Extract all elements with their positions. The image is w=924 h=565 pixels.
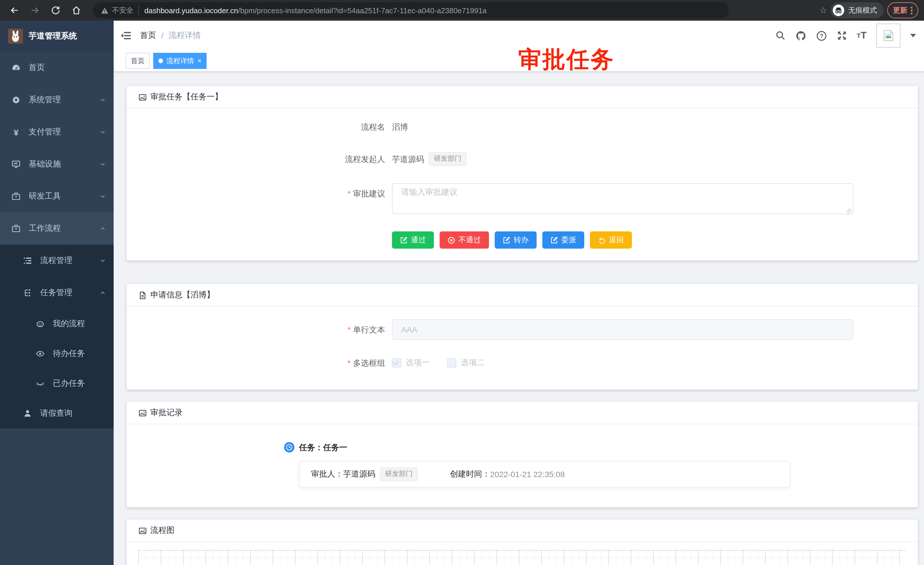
- dept-tag: 研发部门: [380, 467, 418, 481]
- tag-process-detail[interactable]: 流程详情 ×: [153, 53, 207, 69]
- help-button[interactable]: ?: [816, 30, 827, 41]
- picture-icon: [138, 409, 147, 417]
- sidebar-item-task-mgmt[interactable]: 任务管理: [0, 277, 114, 309]
- security-label[interactable]: 不安全: [112, 6, 134, 15]
- hamburger-button[interactable]: [120, 30, 132, 41]
- single-line-text-input: [392, 319, 854, 340]
- forward-arrow-icon: [30, 5, 40, 15]
- edit-icon: [400, 236, 408, 244]
- required-mark: *: [348, 189, 351, 198]
- sidebar-item-my-process[interactable]: 我的流程: [0, 309, 114, 339]
- search-icon: [776, 30, 786, 41]
- sidebar-item-payment[interactable]: ¥ 支付管理: [0, 116, 114, 148]
- list-tree-icon: [23, 256, 32, 265]
- briefcase-icon: [12, 192, 21, 201]
- button-label: 退回: [609, 235, 624, 245]
- sidebar-item-label: 已办任务: [53, 379, 85, 389]
- home-button[interactable]: [68, 2, 85, 19]
- card-title: 审批记录: [150, 408, 183, 418]
- search-button[interactable]: [776, 30, 786, 41]
- forward-button[interactable]: [26, 2, 44, 19]
- create-time-value: 2022-01-21 22:35:08: [490, 470, 565, 479]
- edit-icon: [550, 236, 558, 244]
- checkbox-label: 选项一: [406, 358, 430, 368]
- rotate-ccw-icon: [598, 236, 606, 244]
- application-info-card-header: 申请信息【滔博】: [127, 284, 918, 307]
- sidebar-item-label: 首页: [29, 63, 45, 73]
- bookmark-star-icon[interactable]: ☆: [819, 5, 827, 15]
- breadcrumb-home[interactable]: 首页: [140, 30, 156, 41]
- update-button[interactable]: 更新: [887, 2, 918, 18]
- fullscreen-button[interactable]: [837, 30, 847, 41]
- chevron-down-icon: [100, 97, 106, 103]
- sidebar-item-label: 待办任务: [53, 349, 85, 359]
- dashboard-icon: [12, 63, 21, 72]
- bpmn-canvas[interactable]: [138, 550, 906, 565]
- workflow-submenu: 流程管理 任务管理 我的流程: [0, 245, 114, 428]
- avatar[interactable]: [876, 24, 900, 48]
- reload-icon: [51, 5, 61, 15]
- approver-label: 审批人：: [311, 469, 343, 479]
- delegate-button[interactable]: 委派: [542, 231, 584, 249]
- checkbox-label: 选项二: [461, 358, 485, 368]
- sidebar-item-done-tasks[interactable]: 已办任务: [0, 369, 114, 398]
- card-title: 流程图: [150, 525, 174, 536]
- font-size-button[interactable]: TT: [857, 30, 867, 41]
- sidebar-item-label: 任务管理: [40, 288, 72, 298]
- edit-icon: [503, 236, 510, 244]
- text-field-label: 单行文本: [353, 325, 385, 334]
- app-logo-rabbit-image: [8, 29, 23, 44]
- back-button[interactable]: [6, 2, 23, 19]
- tree-nodes-icon: [23, 288, 32, 298]
- create-time-label: 创建时间：: [450, 469, 490, 479]
- textarea-resize-handle[interactable]: [846, 209, 852, 213]
- sidebar-item-todo-tasks[interactable]: 待办任务: [0, 339, 114, 369]
- process-name-row: 流程名 滔博: [138, 117, 906, 137]
- breadcrumb-current: 流程详情: [169, 30, 201, 41]
- update-label: 更新: [893, 6, 908, 15]
- button-label: 委派: [561, 235, 576, 245]
- button-label: 不通过: [459, 235, 481, 245]
- sidebar-item-leave-query[interactable]: 请假查询: [0, 398, 114, 428]
- reload-button[interactable]: [47, 2, 64, 19]
- sidebar-item-system[interactable]: 系统管理: [0, 84, 114, 116]
- approval-task-card: 审批任务【任务一】 流程名 滔博 流程发起人 芋道源码 研发部门: [126, 86, 918, 261]
- screen: 不安全 dashboard.yudao.iocoder.cn/bpm/proce…: [0, 0, 924, 565]
- sidebar-item-devtools[interactable]: 研发工具: [0, 180, 114, 212]
- card-title: 申请信息【滔博】: [150, 290, 214, 300]
- app-header: 首页 / 流程详情 ?: [114, 21, 924, 51]
- incognito-icon: [833, 5, 844, 16]
- comment-textarea[interactable]: [392, 183, 854, 214]
- return-button[interactable]: 退回: [590, 231, 632, 249]
- required-mark: *: [348, 325, 351, 334]
- approval-record-card-header: 审批记录: [127, 402, 918, 424]
- browser-toolbar: 不安全 dashboard.yudao.iocoder.cn/bpm/proce…: [0, 0, 924, 21]
- approve-button[interactable]: 通过: [392, 231, 434, 249]
- sidebar-item-infrastructure[interactable]: 基础设施: [0, 148, 114, 180]
- kebab-menu-icon[interactable]: [911, 7, 912, 14]
- sidebar-item-label: 系统管理: [29, 95, 61, 105]
- checkbox-option-1: 选项一: [392, 358, 430, 368]
- transfer-button[interactable]: 转办: [495, 231, 537, 249]
- sidebar-item-label: 请假查询: [40, 408, 72, 419]
- tag-close-icon[interactable]: ×: [197, 57, 201, 64]
- eye-icon: [36, 349, 45, 358]
- sidebar: 芋道管理系统 首页 系统管理 ¥ 支付管理: [0, 21, 114, 565]
- address-bar[interactable]: 不安全 dashboard.yudao.iocoder.cn/bpm/proce…: [93, 2, 729, 18]
- card-title: 审批任务【任务一】: [150, 92, 223, 102]
- sidebar-item-home[interactable]: 首页: [0, 52, 114, 84]
- incognito-label: 无痕模式: [848, 6, 877, 15]
- github-button[interactable]: [795, 30, 806, 41]
- chevron-down-icon: [100, 194, 106, 199]
- initiator-value: 芋道源码: [392, 149, 424, 169]
- sidebar-item-workflow[interactable]: 工作流程: [0, 212, 114, 245]
- tag-label: 首页: [131, 56, 145, 66]
- page-content: 审批任务【任务一】 流程名 滔博 流程发起人 芋道源码 研发部门: [114, 72, 924, 565]
- reject-button[interactable]: 不通过: [440, 231, 489, 249]
- address-divider: [138, 6, 139, 15]
- chevron-down-icon: [100, 161, 106, 167]
- tag-home[interactable]: 首页: [126, 53, 150, 69]
- avatar-dropdown-caret-icon[interactable]: [910, 34, 916, 37]
- sidebar-item-process-mgmt[interactable]: 流程管理: [0, 245, 114, 277]
- comment-row: *审批建议: [138, 183, 906, 216]
